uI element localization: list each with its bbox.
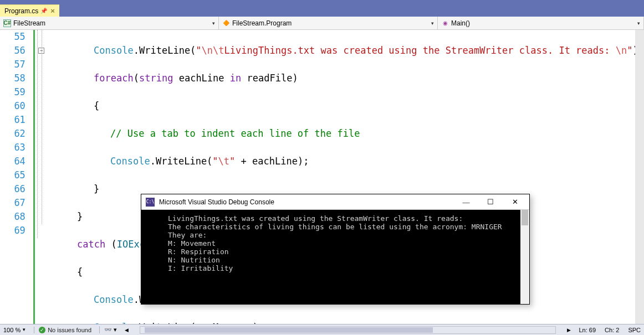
horizontal-scrollbar[interactable] (140, 326, 556, 334)
chevron-down-icon: ▾ (637, 20, 640, 26)
zoom-control[interactable]: 100 % ▼ (3, 327, 26, 333)
chevron-down-icon: ▾ (212, 20, 215, 26)
console-scrollbar[interactable] (520, 210, 529, 304)
console-title-text: Microsoft Visual Studio Debug Console (159, 198, 274, 206)
chevron-down-icon: ▾ (431, 20, 434, 26)
scroll-right-arrow[interactable]: ▶ (567, 327, 571, 333)
close-button[interactable]: ✕ (503, 195, 527, 209)
console-titlebar[interactable]: C:\ Microsoft Visual Studio Debug Consol… (141, 194, 529, 210)
method-icon: ◉ (441, 19, 449, 27)
maximize-button[interactable]: ☐ (478, 195, 503, 209)
window-chrome-top (0, 0, 644, 4)
csharp-icon: C# (3, 19, 11, 27)
glasses-icon[interactable]: 👓 ▾ (99, 326, 117, 333)
nav-member-label: Main() (451, 19, 470, 27)
minimize-button[interactable]: — (454, 195, 478, 209)
char-indicator[interactable]: Ch: 2 (605, 327, 619, 333)
line-number-gutter: 555657 585960 616263 646566 676869 (0, 30, 33, 324)
navigation-bar: C# FileStream ▾ 🔶 FileStream.Program ▾ ◉… (0, 17, 644, 30)
console-app-icon: C:\ (146, 198, 155, 207)
debug-console-window: C:\ Microsoft Visual Studio Debug Consol… (141, 194, 530, 305)
status-bar: 100 % ▼ ✓No issues found 👓 ▾ ◀ ▶ Ln: 69 … (0, 324, 644, 335)
chevron-down-icon: ▼ (22, 327, 26, 332)
close-icon[interactable]: × (50, 7, 55, 15)
nav-scope-label: FileStream (13, 19, 45, 27)
line-indicator[interactable]: Ln: 69 (579, 327, 596, 333)
class-icon: 🔶 (222, 19, 230, 27)
document-tabstrip: Program.cs 📌 × (0, 4, 644, 17)
vertical-scrollbar[interactable] (635, 30, 644, 324)
nav-member-dropdown[interactable]: ◉ Main() ▾ (438, 17, 644, 29)
pin-icon[interactable]: 📌 (40, 8, 47, 14)
fold-gutter[interactable]: − (35, 30, 44, 324)
console-output[interactable]: LivingThings.txt was created using the S… (141, 210, 529, 304)
nav-type-label: FileStream.Program (232, 19, 292, 27)
tab-program-cs[interactable]: Program.cs 📌 × (0, 4, 59, 17)
issues-indicator[interactable]: ✓No issues found (34, 327, 91, 333)
scroll-left-arrow[interactable]: ◀ (125, 327, 129, 333)
check-icon: ✓ (39, 327, 45, 333)
nav-type-dropdown[interactable]: 🔶 FileStream.Program ▾ (219, 17, 438, 29)
insert-mode[interactable]: SPC (628, 327, 641, 333)
nav-scope-dropdown[interactable]: C# FileStream ▾ (0, 17, 219, 29)
tab-label: Program.cs (4, 7, 38, 15)
